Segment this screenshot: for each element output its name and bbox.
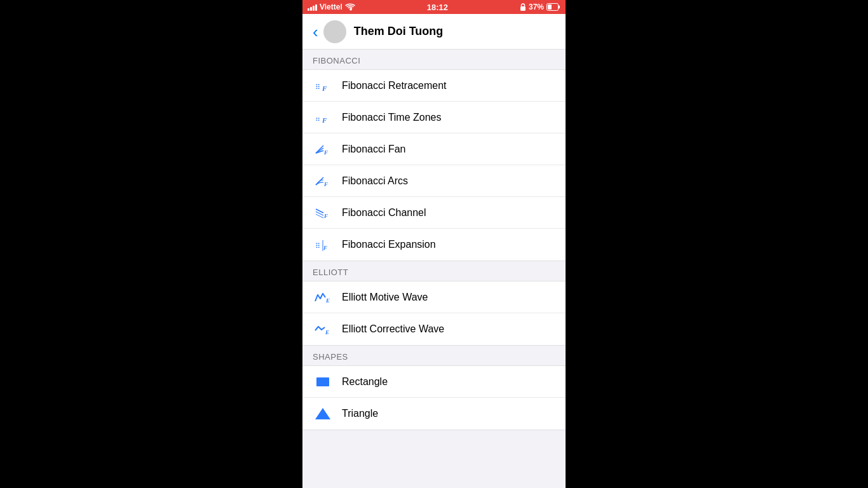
elliott-corrective-icon: E bbox=[313, 319, 333, 339]
triangle-icon bbox=[313, 403, 333, 424]
status-bar: Viettel 18:12 37% bbox=[302, 0, 566, 14]
svg-text:⠿: ⠿ bbox=[315, 83, 320, 92]
svg-text:E: E bbox=[325, 329, 329, 336]
section-header-elliott: ELLIOTT bbox=[302, 261, 566, 281]
lock-icon bbox=[520, 3, 526, 11]
list-item[interactable]: F Fibonacci Fan bbox=[302, 133, 566, 165]
battery-icon bbox=[546, 3, 560, 11]
svg-text:F: F bbox=[323, 245, 327, 251]
fib-expansion-icon: ⠿ F bbox=[313, 234, 333, 255]
item-label: Fibonacci Fan bbox=[342, 144, 406, 155]
fib-time-zones-icon: ⠶ F bbox=[313, 107, 333, 128]
carrier-label: Viettel bbox=[320, 3, 342, 11]
item-label: Fibonacci Expansion bbox=[342, 239, 436, 250]
svg-rect-0 bbox=[520, 6, 526, 11]
elliott-motive-icon: E bbox=[313, 287, 333, 308]
fibonacci-list: ⠿ F Fibonacci Retracement ⠶ F Fibonacci … bbox=[302, 69, 566, 261]
list-item[interactable]: ⠿ F Fibonacci Retracement bbox=[302, 70, 566, 102]
list-item[interactable]: Rectangle bbox=[302, 366, 566, 398]
wifi-icon bbox=[345, 3, 355, 11]
section-header-fibonacci: FIBONACCI bbox=[302, 50, 566, 69]
avatar bbox=[323, 20, 346, 43]
list-item[interactable]: Triangle bbox=[302, 398, 566, 430]
svg-text:⠿: ⠿ bbox=[315, 242, 320, 250]
list-item[interactable]: ⠶ F Fibonacci Time Zones bbox=[302, 102, 566, 133]
phone-container: Viettel 18:12 37% bbox=[302, 0, 566, 488]
section-header-shapes: SHAPES bbox=[302, 346, 566, 365]
svg-marker-24 bbox=[315, 408, 330, 419]
list-item[interactable]: ⠿ F Fibonacci Expansion bbox=[302, 229, 566, 261]
svg-text:F: F bbox=[323, 149, 328, 156]
elliott-list: E Elliott Motive Wave E Elliott Correcti… bbox=[302, 281, 566, 346]
status-left: Viettel bbox=[308, 3, 355, 11]
battery-percent: 37% bbox=[529, 3, 544, 11]
item-label: Triangle bbox=[342, 408, 378, 419]
back-button[interactable]: ‹ bbox=[313, 24, 318, 40]
svg-text:F: F bbox=[322, 85, 327, 92]
status-right: 37% bbox=[520, 3, 560, 11]
svg-text:E: E bbox=[325, 297, 330, 304]
item-label: Fibonacci Channel bbox=[342, 207, 426, 219]
shapes-list: Rectangle Triangle bbox=[302, 365, 566, 430]
rectangle-icon bbox=[313, 372, 333, 392]
status-time: 18:12 bbox=[427, 3, 448, 12]
item-label: Fibonacci Retracement bbox=[342, 80, 447, 92]
item-label: Fibonacci Arcs bbox=[342, 175, 408, 187]
nav-bar: ‹ Them Doi Tuong bbox=[302, 14, 566, 50]
item-label: Elliott Corrective Wave bbox=[342, 323, 444, 335]
item-label: Elliott Motive Wave bbox=[342, 292, 428, 303]
fib-arcs-icon: F bbox=[313, 171, 333, 191]
fib-channel-icon: F bbox=[313, 203, 333, 223]
svg-rect-3 bbox=[559, 6, 560, 9]
svg-text:⠶: ⠶ bbox=[315, 115, 320, 123]
svg-text:F: F bbox=[322, 116, 327, 124]
list-item[interactable]: E Elliott Motive Wave bbox=[302, 281, 566, 313]
fib-retracement-icon: ⠿ F bbox=[313, 76, 333, 96]
signal-icon bbox=[308, 3, 317, 11]
svg-text:F: F bbox=[323, 213, 328, 219]
svg-rect-23 bbox=[316, 377, 329, 386]
fib-fan-icon: F bbox=[313, 139, 333, 159]
list-item[interactable]: E Elliott Corrective Wave bbox=[302, 313, 566, 345]
list-item[interactable]: F Fibonacci Channel bbox=[302, 197, 566, 229]
item-label: Fibonacci Time Zones bbox=[342, 112, 442, 123]
svg-text:F: F bbox=[323, 181, 328, 187]
page-title: Them Doi Tuong bbox=[354, 25, 444, 38]
list-item[interactable]: F Fibonacci Arcs bbox=[302, 165, 566, 197]
main-content: FIBONACCI ⠿ F Fibonacci Retracement ⠶ F bbox=[302, 50, 566, 488]
svg-rect-2 bbox=[548, 4, 552, 10]
item-label: Rectangle bbox=[342, 376, 388, 388]
